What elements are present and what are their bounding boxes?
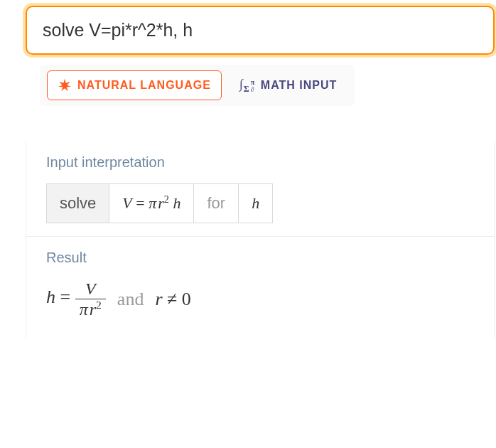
results-panel: Input interpretation solve V = πr2 h for… <box>26 142 495 338</box>
table-row: solve V = πr2 h for h <box>47 184 273 223</box>
result-equation: h = V πr2 <box>46 280 106 318</box>
section-title-interpretation: Input interpretation <box>26 142 494 181</box>
tab-label: MATH INPUT <box>261 79 337 92</box>
result-condition: r ≠ 0 <box>155 289 190 310</box>
result-and: and <box>117 289 144 310</box>
math-input-icon: ∫Σπ∂ <box>239 79 255 92</box>
cell-for: for <box>194 184 239 223</box>
burst-icon <box>58 78 72 92</box>
mode-tabs: NATURAL LANGUAGE ∫Σπ∂ MATH INPUT <box>40 65 355 106</box>
tab-natural-language[interactable]: NATURAL LANGUAGE <box>47 70 222 100</box>
search-box[interactable] <box>26 6 495 55</box>
interpretation-table: solve V = πr2 h for h <box>46 183 273 223</box>
cell-solve: solve <box>47 184 109 223</box>
svg-marker-0 <box>58 79 71 91</box>
cell-equation: V = πr2 h <box>109 184 194 223</box>
tab-math-input[interactable]: ∫Σπ∂ MATH INPUT <box>229 70 347 100</box>
result-content: h = V πr2 and r ≠ 0 <box>26 276 494 338</box>
cell-variable: h <box>239 184 273 223</box>
search-input[interactable] <box>43 20 478 41</box>
tab-label: NATURAL LANGUAGE <box>77 79 211 92</box>
section-title-result: Result <box>26 237 494 276</box>
search-container <box>26 6 496 55</box>
fraction: V πr2 <box>75 280 106 318</box>
interpretation-content: solve V = πr2 h for h <box>26 181 494 237</box>
